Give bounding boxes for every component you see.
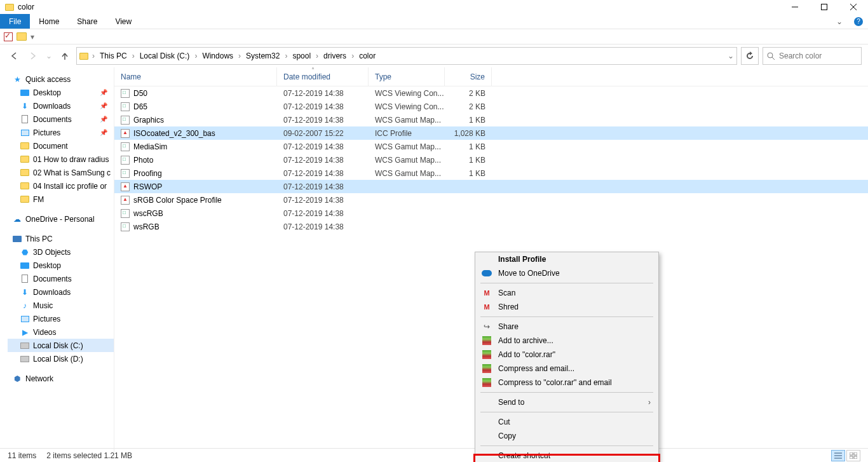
file-icon (121, 169, 130, 178)
file-row[interactable]: sRGB Color Space Profile07-12-2019 14:38 (114, 193, 868, 207)
share-icon: ↪ (482, 322, 492, 331)
ctx-create-shortcut[interactable]: Create shortcut (475, 449, 658, 462)
sidebar-music[interactable]: ♪Music (8, 299, 114, 312)
file-name: ISOcoated_v2_300_bas (133, 129, 215, 138)
sidebar-3d-objects[interactable]: ⬣3D Objects (8, 245, 114, 259)
help-button[interactable]: ? (849, 14, 868, 29)
file-row[interactable]: D5007-12-2019 14:38WCS Viewing Con...2 K… (114, 86, 868, 100)
file-row[interactable]: RSWOP07-12-2019 14:38 (114, 180, 868, 193)
breadcrumb-item[interactable]: This PC (97, 48, 130, 64)
minimize-button[interactable] (780, 0, 810, 14)
close-button[interactable] (839, 0, 868, 14)
sidebar-quick-access[interactable]: ★Quick access (8, 72, 114, 86)
file-icon (121, 89, 130, 98)
column-type[interactable]: Type (369, 67, 445, 86)
file-date: 07-12-2019 14:38 (277, 182, 369, 191)
rar-icon (482, 378, 491, 387)
ctx-compress-email[interactable]: Compress and email... (475, 362, 658, 376)
svg-line-5 (772, 57, 775, 60)
column-date[interactable]: Date modified (277, 67, 369, 86)
sidebar-pc-desktop[interactable]: Desktop (8, 259, 114, 272)
file-row[interactable]: wscRGB07-12-2019 14:38 (114, 207, 868, 220)
sidebar-folder[interactable]: 02 What is SamSung c (8, 166, 114, 179)
sidebar-pictures[interactable]: Pictures📌 (8, 126, 114, 139)
tab-home[interactable]: Home (30, 14, 68, 29)
maximize-button[interactable] (810, 0, 839, 14)
column-size[interactable]: Size (445, 67, 492, 86)
sidebar-folder[interactable]: 01 How to draw radius (8, 153, 114, 166)
search-input[interactable]: Search color (763, 47, 862, 65)
nav-recent-button[interactable]: ⌄ (44, 48, 53, 64)
svg-rect-1 (822, 4, 827, 10)
sidebar-desktop[interactable]: Desktop📌 (8, 86, 114, 99)
file-row[interactable]: Proofing07-12-2019 14:38WCS Gamut Map...… (114, 166, 868, 180)
qat-dropdown-icon[interactable]: ▾ (31, 32, 34, 41)
file-size: 2 KB (445, 102, 492, 111)
view-large-button[interactable] (846, 450, 860, 461)
sidebar-disk-c[interactable]: Local Disk (C:) (8, 339, 114, 352)
file-row[interactable]: D6507-12-2019 14:38WCS Viewing Con...2 K… (114, 100, 868, 113)
file-size: 1 KB (445, 169, 492, 178)
breadcrumb-item[interactable]: color (356, 48, 378, 64)
ribbon-expand-button[interactable]: ⌄ (830, 14, 849, 29)
ctx-share[interactable]: ↪Share (475, 320, 658, 334)
address-dropdown-icon[interactable]: ⌄ (728, 51, 734, 60)
sidebar-folder[interactable]: 04 Install icc profile or (8, 179, 114, 193)
search-icon (767, 52, 775, 60)
nav-forward-button[interactable] (25, 48, 41, 64)
ctx-add-rar[interactable]: Add to "color.rar" (475, 348, 658, 362)
ctx-add-archive[interactable]: Add to archive... (475, 334, 658, 348)
sidebar-onedrive[interactable]: ☁OneDrive - Personal (8, 212, 114, 226)
breadcrumb-item[interactable]: Windows (200, 48, 236, 64)
qat-newfolder-icon[interactable] (17, 32, 27, 41)
sidebar-pc-documents[interactable]: Documents (8, 272, 114, 285)
file-row[interactable]: Photo07-12-2019 14:38WCS Gamut Map...1 K… (114, 153, 868, 166)
ctx-shred[interactable]: MShred (475, 300, 658, 314)
tab-view[interactable]: View (106, 14, 140, 29)
sidebar-documents[interactable]: Documents📌 (8, 112, 114, 126)
sidebar-network[interactable]: ⬢Network (8, 372, 114, 385)
ctx-send-to[interactable]: Send to (475, 395, 658, 409)
ctx-copy[interactable]: Copy (475, 429, 658, 443)
ctx-compress-rar-email[interactable]: Compress to "color.rar" and email (475, 376, 658, 390)
ctx-scan[interactable]: MScan (475, 286, 658, 300)
file-type: WCS Gamut Map... (369, 169, 445, 178)
column-name[interactable]: Name (114, 67, 277, 86)
sidebar-videos[interactable]: ▶Videos (8, 325, 114, 339)
file-type: WCS Viewing Con... (369, 102, 445, 111)
sidebar-folder[interactable]: FM (8, 193, 114, 206)
file-row[interactable]: ISOcoated_v2_300_bas09-02-2007 15:22ICC … (114, 126, 868, 140)
tab-file[interactable]: File (0, 14, 30, 29)
sidebar-disk-d[interactable]: Local Disk (D:) (8, 352, 114, 365)
sidebar-this-pc[interactable]: This PC (8, 232, 114, 245)
file-size: 1,028 KB (445, 129, 492, 138)
ctx-cut[interactable]: Cut (475, 415, 658, 429)
refresh-button[interactable] (741, 47, 759, 65)
address-bar[interactable]: › This PC› Local Disk (C:)› Windows› Sys… (76, 47, 737, 65)
file-icon (121, 129, 130, 138)
tab-share[interactable]: Share (68, 14, 106, 29)
sidebar-downloads[interactable]: ⬇Downloads📌 (8, 99, 114, 112)
sidebar-folder[interactable]: Document (8, 139, 114, 153)
nav-up-button[interactable] (57, 48, 72, 64)
breadcrumb-item[interactable]: System32 (243, 48, 282, 64)
breadcrumb-item[interactable]: drivers (321, 48, 349, 64)
pin-icon: 📌 (100, 89, 107, 96)
file-row[interactable]: MediaSim07-12-2019 14:38WCS Gamut Map...… (114, 140, 868, 153)
ctx-install-profile[interactable]: Install Profile (475, 252, 658, 266)
file-icon (121, 156, 130, 165)
sidebar-pc-pictures[interactable]: Pictures (8, 312, 114, 325)
breadcrumb-item[interactable]: spool (290, 48, 313, 64)
status-selection: 2 items selected 1.21 MB (46, 451, 132, 460)
file-size: 1 KB (445, 142, 492, 151)
ctx-move-onedrive[interactable]: Move to OneDrive (475, 266, 658, 280)
view-details-button[interactable] (831, 450, 845, 461)
breadcrumb-item[interactable]: Local Disk (C:) (137, 48, 193, 64)
file-row[interactable]: wsRGB07-12-2019 14:38 (114, 220, 868, 233)
file-type: WCS Gamut Map... (369, 142, 445, 151)
file-date: 09-02-2007 15:22 (277, 129, 369, 138)
nav-back-button[interactable] (6, 48, 22, 64)
file-row[interactable]: Graphics07-12-2019 14:38WCS Gamut Map...… (114, 113, 868, 126)
qat-properties-icon[interactable] (4, 32, 13, 41)
sidebar-pc-downloads[interactable]: ⬇Downloads (8, 285, 114, 299)
